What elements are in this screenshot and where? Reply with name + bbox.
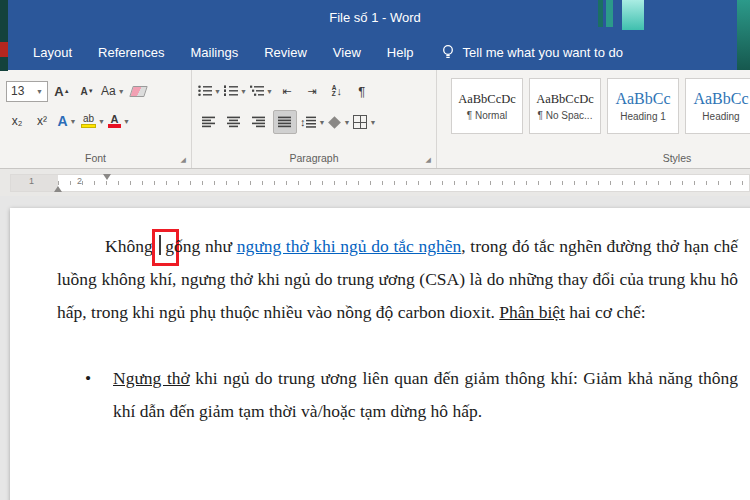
line-spacing-button[interactable]: ↕ ▼: [300, 111, 325, 133]
desktop-artifact: [0, 0, 8, 42]
ruler-number: 2: [77, 176, 82, 186]
style-no-spacing[interactable]: AaBbCcDc ¶ No Spac...: [529, 78, 601, 134]
styles-group-label: Styles: [607, 152, 747, 164]
style-heading-1[interactable]: AaBbCc Heading 1: [607, 78, 679, 134]
bullets-button[interactable]: ▼: [198, 80, 221, 102]
eraser-icon: [129, 86, 148, 97]
tab-view[interactable]: View: [320, 36, 374, 69]
tab-help[interactable]: Help: [374, 36, 427, 69]
numbering-button[interactable]: ▼: [224, 80, 247, 102]
desktop-artifact: [606, 0, 613, 27]
justify-button[interactable]: [273, 110, 297, 134]
font-size-combo[interactable]: 13 ▼: [6, 81, 48, 102]
superscript-button[interactable]: x²: [31, 110, 53, 132]
tab-references[interactable]: References: [85, 36, 177, 69]
text-run: ống như: [174, 236, 237, 256]
bullet-list-item[interactable]: •Ngưng thở khi ngủ do trung ương liên qu…: [57, 362, 738, 428]
highlight-icon: ab: [81, 114, 96, 128]
align-right-button[interactable]: [248, 111, 270, 133]
show-formatting-marks-button[interactable]: ¶: [351, 80, 373, 102]
font-size-value: 13: [11, 84, 24, 98]
paint-bucket-icon: [329, 116, 342, 129]
decrease-indent-icon: ⇤: [282, 85, 291, 98]
borders-button[interactable]: ▼: [353, 111, 376, 133]
subscript-button[interactable]: x₂: [6, 110, 28, 132]
align-left-button[interactable]: [198, 111, 220, 133]
tab-layout[interactable]: Layout: [20, 36, 85, 69]
document-page[interactable]: Không gống như ngưng thở khi ngủ do tắc …: [10, 208, 750, 500]
document-text[interactable]: Không gống như ngưng thở khi ngủ do tắc …: [10, 208, 750, 428]
bullet-icon: •: [85, 362, 113, 395]
word-window: File số 1 - Word Layout References Maili…: [0, 0, 750, 500]
lightbulb-icon: [441, 44, 455, 60]
paragraph-group: ▼ ▼ ▼ ⇤ ⇥ AZ↓ ¶: [192, 70, 437, 168]
borders-icon: [353, 115, 367, 129]
desktop-artifact: [598, 0, 603, 27]
hyperlink[interactable]: ngưng thở khi ngủ do tắc nghẽn: [237, 236, 462, 256]
text-effects-button[interactable]: A▼: [56, 110, 78, 132]
font-group: 13 ▼ A▲ A▼ Aa▼ x₂ x² A▼ ab ▼ A ▼: [0, 70, 192, 168]
first-line-indent-marker[interactable]: [103, 174, 111, 184]
chevron-down-icon: ▼: [36, 88, 43, 95]
ruler-zone: 1 2: [0, 169, 750, 196]
ruler-margin-area: [11, 175, 58, 191]
horizontal-ruler[interactable]: 1 2: [10, 174, 750, 192]
boxed-character: g: [165, 236, 174, 256]
bullets-icon: [198, 85, 212, 97]
font-group-label: Font: [0, 152, 191, 164]
multilevel-list-button[interactable]: ▼: [250, 80, 273, 102]
ruler-number: 1: [29, 176, 34, 186]
decrease-indent-button[interactable]: ⇤: [276, 80, 298, 102]
desktop-artifact: [0, 57, 8, 71]
underlined-text: Phân biệt: [499, 302, 565, 322]
grow-font-button[interactable]: A▲: [51, 80, 73, 102]
change-case-button[interactable]: Aa▼: [101, 80, 125, 102]
style-heading-2[interactable]: AaBbCc Heading: [685, 78, 750, 134]
document-area: Không gống như ngưng thở khi ngủ do tắc …: [0, 196, 750, 500]
ribbon: 13 ▼ A▲ A▼ Aa▼ x₂ x² A▼ ab ▼ A ▼: [0, 70, 750, 169]
paragraph-dialog-launcher[interactable]: ◢: [426, 156, 431, 163]
shrink-font-button[interactable]: A▼: [76, 80, 98, 102]
tab-mailings[interactable]: Mailings: [178, 36, 252, 69]
paragraph-group-label: Paragraph: [192, 152, 436, 164]
tab-review[interactable]: Review: [251, 36, 320, 69]
text-run: Không: [105, 236, 157, 256]
text-run: khi ngủ do trung ương liên quan đến giảm…: [113, 368, 738, 421]
align-left-icon: [202, 116, 216, 128]
increase-indent-button[interactable]: ⇥: [301, 80, 323, 102]
numbering-icon: [224, 85, 238, 97]
paragraph[interactable]: Không gống như ngưng thở khi ngủ do tắc …: [57, 230, 738, 329]
tell-me-box[interactable]: Tell me what you want to do: [441, 44, 623, 60]
ruler-ticks: [58, 181, 749, 185]
highlight-color-button[interactable]: ab ▼: [81, 110, 105, 132]
desktop-artifact: [0, 42, 8, 57]
justify-icon: [278, 116, 292, 128]
clear-formatting-button[interactable]: [128, 80, 150, 102]
sort-button[interactable]: AZ↓: [326, 80, 348, 102]
tell-me-label: Tell me what you want to do: [463, 45, 623, 60]
styles-gallery: AaBbCcDc ¶ Normal AaBbCcDc ¶ No Spac... …: [451, 78, 750, 134]
styles-group: AaBbCcDc ¶ Normal AaBbCcDc ¶ No Spac... …: [437, 70, 750, 168]
multilevel-list-icon: [250, 85, 264, 97]
text-run: hai cơ chế:: [565, 302, 646, 322]
superscript-icon: x²: [37, 114, 47, 128]
desktop-artifact: [622, 0, 644, 30]
pilcrow-icon: ¶: [358, 84, 365, 99]
lines-icon: [306, 116, 317, 128]
font-color-icon: A: [108, 114, 121, 128]
text-effects-icon: A: [57, 113, 67, 129]
subscript-icon: x₂: [12, 114, 23, 128]
style-normal[interactable]: AaBbCcDc ¶ Normal: [451, 78, 523, 134]
align-right-icon: [252, 116, 266, 128]
align-center-button[interactable]: [223, 111, 245, 133]
align-center-icon: [227, 116, 241, 128]
text-cursor: [159, 235, 161, 255]
font-dialog-launcher[interactable]: ◢: [181, 156, 186, 163]
font-color-button[interactable]: A ▼: [108, 110, 130, 132]
underlined-text: Ngưng thở: [113, 368, 190, 388]
ribbon-tab-bar: Layout References Mailings Review View H…: [0, 34, 750, 70]
desktop-artifact: [737, 0, 750, 70]
window-title: File số 1 - Word: [329, 10, 421, 25]
hanging-indent-marker[interactable]: [54, 182, 62, 192]
shading-button[interactable]: ▼: [328, 111, 350, 133]
